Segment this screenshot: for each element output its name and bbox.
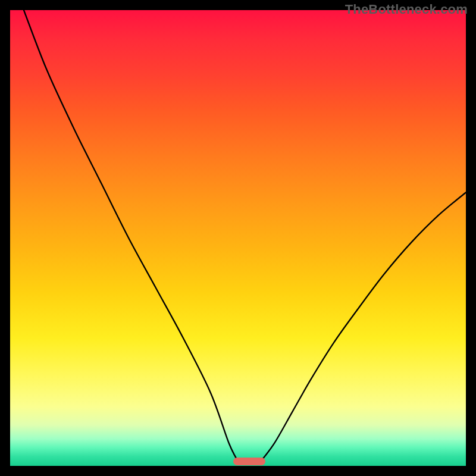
curve-right-branch xyxy=(261,192,466,461)
bottleneck-marker xyxy=(233,458,265,465)
chart-plot-area xyxy=(10,10,466,466)
curve-left-branch xyxy=(24,10,238,461)
watermark-text: TheBottleneck.com xyxy=(345,2,468,17)
chart-frame: TheBottleneck.com xyxy=(0,0,476,476)
chart-curve-svg xyxy=(10,10,466,466)
